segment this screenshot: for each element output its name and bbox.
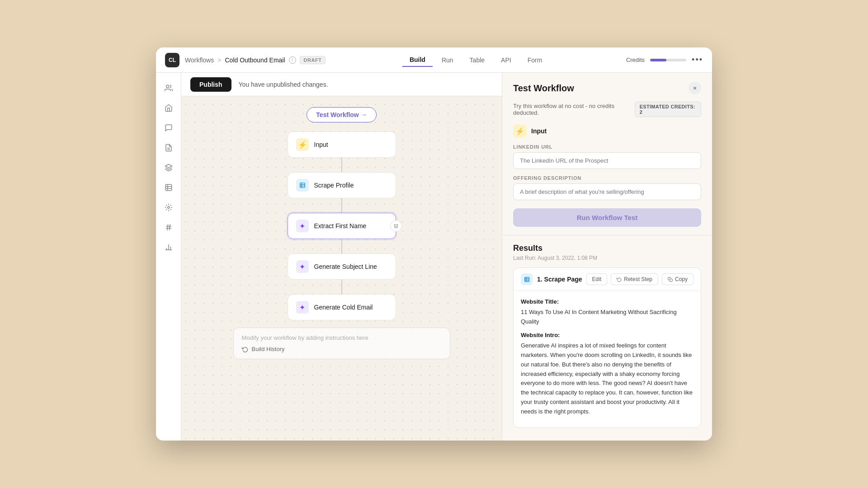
topbar: CL Workflows > Cold Outbound Email i DRA…: [156, 47, 712, 73]
tab-api[interactable]: API: [494, 54, 519, 66]
svg-marker-3: [165, 164, 172, 168]
draft-badge: DRAFT: [300, 56, 326, 64]
results-last-run: Last Run: August 3, 2022, 1:08 PM: [513, 255, 701, 261]
website-intro-value: Generative AI inspires a lot of mixed fe…: [521, 342, 693, 415]
node-extract-icon: ✦: [296, 220, 309, 232]
node-email-label: Generate Cold Email: [314, 304, 373, 311]
node-extract[interactable]: ✦ Extract First Name: [288, 213, 396, 239]
logo-badge: CL: [165, 53, 179, 67]
sidebar-icon-integrations[interactable]: [160, 199, 177, 216]
result-card-header: 1. Scrape Page Edit Retest Step: [514, 268, 701, 291]
breadcrumb-workflows[interactable]: Workflows: [185, 56, 214, 64]
build-history-btn[interactable]: Build History: [242, 346, 442, 352]
result-card-title: 1. Scrape Page: [521, 273, 582, 285]
more-options-btn[interactable]: •••: [692, 55, 703, 65]
node-scrape-icon: [296, 179, 309, 192]
linkedin-field-group: LINKEDIN URL: [513, 144, 701, 169]
svg-point-8: [167, 206, 170, 209]
node-subject-icon: ✦: [296, 260, 309, 273]
panel-header: Test Workflow ×: [502, 73, 712, 102]
panel-subtitle-text: Try this workflow at no cost - no credit…: [513, 103, 635, 116]
breadcrumb-sep: >: [217, 56, 221, 64]
svg-rect-21: [524, 277, 529, 282]
sidebar-icon-layers[interactable]: [160, 160, 177, 176]
sidebar-icon-table[interactable]: [160, 179, 177, 196]
tab-run[interactable]: Run: [434, 54, 461, 66]
result-card-icon: [521, 273, 533, 285]
node-email-icon: ✦: [296, 301, 309, 314]
tab-table[interactable]: Table: [462, 54, 492, 66]
input-header-row: ⚡ Input: [513, 124, 701, 138]
node-subject[interactable]: ✦ Generate Subject Line: [288, 253, 396, 280]
result-card-actions: Edit Retest Step: [586, 273, 693, 285]
node-subject-label: Generate Subject Line: [314, 263, 377, 270]
credits-bar-fill: [650, 59, 666, 61]
breadcrumb-current: Cold Outbound Email: [225, 56, 285, 64]
modify-placeholder: Modify your workflow by adding instructi…: [242, 334, 442, 341]
node-extract-label: Extract First Name: [314, 222, 367, 230]
sidebar-icon-users[interactable]: [160, 80, 177, 96]
edit-result-btn[interactable]: Edit: [586, 273, 608, 285]
connector-2: [341, 198, 342, 213]
node-email[interactable]: ✦ Generate Cold Email: [288, 294, 396, 320]
tabs: Build Run Table API Form: [331, 53, 621, 67]
offering-description-input[interactable]: [513, 183, 701, 200]
sidebar-icon-notes[interactable]: [160, 140, 177, 156]
sidebar-icon-chat[interactable]: [160, 120, 177, 136]
node-input-icon: ⚡: [296, 138, 309, 151]
modify-box[interactable]: Modify your workflow by adding instructi…: [233, 328, 450, 359]
sidebar: [156, 73, 181, 441]
canvas-inner: Test Workflow → ⚡ Input: [181, 96, 502, 441]
sidebar-icon-chart[interactable]: [160, 239, 177, 255]
content-area: Publish You have unpublished changes. Te…: [181, 73, 712, 441]
svg-rect-4: [165, 184, 172, 191]
input-section-icon: ⚡: [513, 124, 527, 138]
results-section: Results Last Run: August 3, 2022, 1:08 P…: [502, 244, 712, 441]
result-card-scrape: 1. Scrape Page Edit Retest Step: [513, 267, 701, 428]
svg-line-11: [167, 224, 168, 230]
website-intro-label: Website Intro:: [521, 331, 693, 340]
sidebar-icon-hash[interactable]: [160, 219, 177, 235]
node-input[interactable]: ⚡ Input: [288, 131, 396, 158]
panel-subtitle: Try this workflow at no cost - no credit…: [502, 102, 712, 124]
result-card-number: 1. Scrape Page: [537, 276, 582, 283]
close-panel-btn[interactable]: ×: [689, 82, 701, 94]
main-layout: Publish You have unpublished changes. Te…: [156, 73, 712, 441]
connector-1: [341, 158, 342, 172]
copy-result-btn[interactable]: Copy: [662, 273, 693, 285]
right-panel: Test Workflow × Try this workflow at no …: [502, 73, 712, 441]
result-card-content: Website Title: 11 Ways To Use AI In Cont…: [514, 291, 701, 427]
website-title-label: Website Title:: [521, 297, 693, 307]
svg-line-12: [169, 224, 170, 230]
unpublished-message: You have unpublished changes.: [239, 81, 328, 88]
panel-divider: [502, 235, 712, 235]
credits-label: Credits: [626, 56, 645, 63]
topbar-right: Credits •••: [626, 55, 703, 65]
breadcrumb: Workflows > Cold Outbound Email i DRAFT: [185, 56, 326, 64]
linkedin-url-label: LINKEDIN URL: [513, 144, 701, 150]
test-workflow-canvas-button[interactable]: Test Workflow →: [307, 107, 376, 122]
panel-input-section: ⚡ Input LINKEDIN URL OFFERING DESCRIPTIO…: [502, 124, 712, 227]
canvas: Publish You have unpublished changes. Te…: [181, 73, 502, 441]
info-icon[interactable]: i: [289, 56, 296, 64]
tab-build[interactable]: Build: [402, 53, 433, 67]
svg-rect-25: [670, 279, 672, 282]
linkedin-url-input[interactable]: [513, 152, 701, 169]
connector-3: [341, 239, 342, 253]
website-title-value: 11 Ways To Use AI In Content Marketing W…: [521, 309, 677, 325]
retest-step-btn[interactable]: Retest Step: [611, 273, 658, 285]
publish-bar: Publish You have unpublished changes.: [181, 73, 502, 96]
node-extract-delete[interactable]: [390, 220, 402, 232]
node-input-label: Input: [314, 141, 328, 148]
node-scrape[interactable]: Scrape Profile: [288, 172, 396, 198]
connector-4: [341, 280, 342, 294]
sidebar-icon-home[interactable]: [160, 100, 177, 116]
tab-form[interactable]: Form: [520, 54, 550, 66]
panel-title: Test Workflow: [513, 83, 574, 94]
run-workflow-test-btn[interactable]: Run Workflow Test: [513, 208, 701, 227]
offering-description-label: OFFERING DESCRIPTION: [513, 175, 701, 181]
publish-button[interactable]: Publish: [190, 77, 231, 92]
input-section-label: Input: [531, 127, 547, 135]
svg-rect-17: [300, 183, 305, 188]
svg-point-0: [166, 85, 169, 88]
